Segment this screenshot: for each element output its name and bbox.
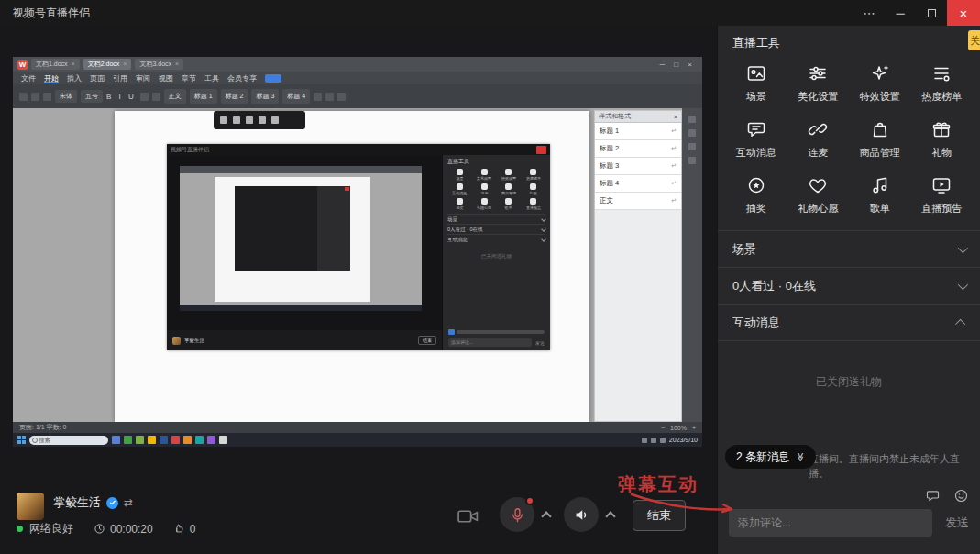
double-chevron-down-icon: ≫ bbox=[796, 452, 806, 461]
emoji-button[interactable] bbox=[953, 488, 969, 504]
comment-input[interactable] bbox=[729, 509, 932, 537]
captured-styles-panel: 样式和格式× 标题 1↵ 标题 2↵ 标题 3↵ 标题 4↵ 正文↵ bbox=[594, 110, 682, 422]
link-mic-icon bbox=[807, 118, 829, 140]
gift-wish-heart-icon bbox=[807, 174, 829, 196]
tools-grid: 场景 美化设置 特效设置 热度榜单 互动消息 bbox=[718, 61, 980, 230]
new-messages-pill[interactable]: 2 条新消息 ≫ bbox=[725, 445, 816, 469]
tool-scene[interactable]: 场景 bbox=[725, 62, 787, 104]
window-controls: ⋯ ─ × bbox=[853, 0, 980, 26]
captured-recursive-preview bbox=[180, 166, 422, 311]
speaker-button[interactable] bbox=[564, 497, 599, 532]
captured-taskbar-search: 搜索 bbox=[29, 436, 108, 445]
section-viewers[interactable]: 0人看过 · 0在线 bbox=[718, 267, 980, 304]
captured-system-tray: 2023/9/10 bbox=[642, 437, 698, 443]
app-window: 视频号直播伴侣 ⋯ ─ × W 文档1.docx× 文档2.docx× 文档3.… bbox=[0, 0, 980, 554]
captured-side-strip bbox=[682, 108, 702, 422]
captured-doc-tab: 文档1.docx× bbox=[31, 59, 80, 70]
captured-start-button bbox=[17, 436, 26, 444]
captured-live-app-stage bbox=[167, 155, 442, 330]
tool-product-management[interactable]: 商品管理 bbox=[849, 118, 911, 160]
captured-live-app-statusbar: 掌鲛生活 结束 bbox=[167, 330, 442, 350]
titlebar: 视频号直播伴侣 ⋯ ─ × bbox=[0, 0, 980, 26]
annotation-arrow bbox=[629, 492, 743, 515]
effects-icon bbox=[869, 62, 891, 84]
captured-picture-toolbar bbox=[214, 111, 305, 129]
gift-icon bbox=[930, 118, 952, 140]
close-side-tab[interactable]: 关 bbox=[968, 30, 980, 50]
thumb-up-icon bbox=[173, 523, 185, 535]
captured-live-app-close bbox=[536, 146, 546, 154]
switch-account-icon[interactable]: ⇄ bbox=[124, 496, 133, 509]
comment-bar: 发送 bbox=[718, 481, 980, 554]
captured-wps-menubar: 文件 开始 插入 页面 引用 审阅 视图 章节 工具 会员专享 bbox=[13, 72, 702, 84]
gift-disabled-note: 已关闭送礼物 bbox=[718, 374, 980, 390]
section-scene[interactable]: 场景 bbox=[718, 230, 980, 267]
live-trailer-icon bbox=[930, 174, 952, 196]
captured-live-app-tools-panel: 直播工具 场景 美化设置 特效设置 热度榜单 互动消息 连麦 商品管理 礼物 抽… bbox=[442, 155, 550, 350]
captured-doc-tab: 文档2.docx× bbox=[83, 59, 132, 70]
captured-wps-logo: W bbox=[17, 60, 28, 70]
captured-screen-preview: W 文档1.docx× 文档2.docx× 文档3.docx× ─ □ × 文件… bbox=[13, 57, 702, 447]
captured-taskbar-icons bbox=[112, 436, 227, 444]
message-bubble-icon bbox=[745, 118, 767, 140]
tool-link-mic[interactable]: 连麦 bbox=[787, 118, 850, 160]
captured-font-name: 宋体 bbox=[55, 90, 77, 103]
stream-meta-row: 网络良好 00:00:20 0 bbox=[17, 521, 195, 537]
tool-gifts[interactable]: 礼物 bbox=[911, 118, 974, 160]
like-count: 0 bbox=[190, 523, 196, 536]
window-title: 视频号直播伴侣 bbox=[0, 6, 90, 21]
mic-button[interactable] bbox=[500, 497, 534, 532]
captured-wps-titlebar: W 文档1.docx× 文档2.docx× 文档3.docx× ─ □ × bbox=[13, 57, 702, 72]
tool-playlist[interactable]: 歌单 bbox=[849, 174, 911, 216]
tool-interactive-messages[interactable]: 互动消息 bbox=[725, 118, 787, 160]
captured-menu-accent bbox=[265, 74, 281, 83]
camera-toggle-button[interactable] bbox=[457, 506, 479, 530]
captured-font-size: 五号 bbox=[81, 90, 103, 103]
account-avatar bbox=[17, 493, 44, 520]
shopping-bag-icon bbox=[869, 118, 891, 140]
captured-wps-toolbar: 宋体 五号 B I U 正文 标题 1 标题 2 标题 3 标题 4 bbox=[13, 84, 702, 108]
captured-doc-tab: 文档3.docx× bbox=[135, 59, 183, 70]
captured-live-app-titlebar: 视频号直播伴侣 bbox=[167, 144, 550, 155]
chevron-up-icon bbox=[955, 318, 965, 328]
mic-options-chevron[interactable] bbox=[541, 511, 551, 521]
mic-alert-badge bbox=[525, 496, 534, 505]
beauty-settings-icon bbox=[807, 62, 829, 84]
captured-document-canvas: 视频号直播伴侣 bbox=[13, 108, 702, 422]
chevron-down-icon bbox=[958, 279, 968, 289]
minimize-button[interactable]: ─ bbox=[885, 0, 916, 26]
tools-sidebar: 直播工具 场景 美化设置 特效设置 热度榜单 bbox=[717, 26, 980, 554]
chevron-down-icon bbox=[958, 242, 968, 252]
live-timer: 00:00:20 bbox=[110, 523, 153, 536]
tool-hot-list[interactable]: 热度榜单 bbox=[911, 62, 974, 104]
close-button[interactable]: × bbox=[947, 0, 980, 26]
comment-bubble-button[interactable] bbox=[925, 488, 941, 504]
tool-live-trailer[interactable]: 直播预告 bbox=[911, 174, 974, 216]
speaker-options-chevron[interactable] bbox=[605, 511, 615, 521]
account-name: 掌鲛生活 bbox=[53, 494, 101, 511]
room-notice: 直播间。直播间内禁止未成年人直播。 bbox=[809, 452, 975, 481]
captured-wps-statusbar: 页面: 1/1 字数: 0 −100%+ bbox=[13, 422, 702, 433]
messages-area: 已关闭送礼物 2 条新消息 ≫ 直播间。直播间内禁止未成年人直播。 bbox=[718, 340, 980, 481]
account-row: 掌鲛生活 ⇄ bbox=[53, 494, 133, 511]
captured-notice-row bbox=[448, 328, 545, 335]
tools-panel-header: 直播工具 bbox=[718, 26, 980, 61]
maximize-icon bbox=[928, 9, 936, 17]
clock-icon bbox=[94, 523, 105, 535]
captured-biu-buttons: B I U bbox=[106, 93, 137, 101]
tool-beauty-settings[interactable]: 美化设置 bbox=[787, 62, 850, 104]
maximize-button[interactable] bbox=[916, 0, 947, 26]
tool-effects[interactable]: 特效设置 bbox=[849, 62, 911, 104]
hot-list-icon bbox=[930, 62, 952, 84]
captured-windows-taskbar: 搜索 2023/9/10 bbox=[13, 433, 702, 447]
lottery-icon bbox=[745, 174, 767, 196]
scene-icon bbox=[745, 62, 767, 84]
captured-wps-window-controls: ─ □ × bbox=[659, 61, 698, 69]
tool-lottery[interactable]: 抽奖 bbox=[725, 174, 787, 216]
send-button[interactable]: 发送 bbox=[945, 515, 969, 531]
network-status: 网络良好 bbox=[29, 521, 73, 537]
network-status-dot bbox=[17, 526, 23, 532]
section-interactive-messages[interactable]: 互动消息 bbox=[718, 304, 980, 340]
more-menu-button[interactable]: ⋯ bbox=[853, 0, 885, 26]
tool-gift-wish[interactable]: 礼物心愿 bbox=[787, 174, 850, 216]
